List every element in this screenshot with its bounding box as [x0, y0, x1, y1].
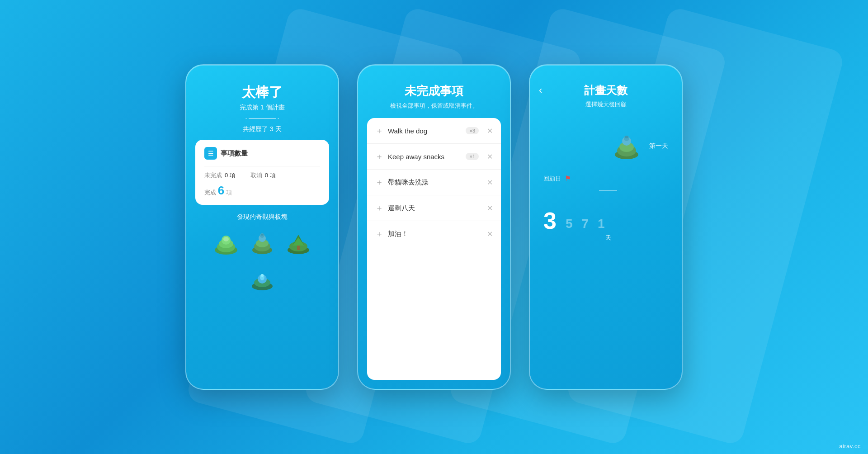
add-icon-1: ＋	[375, 125, 383, 136]
todo-item-5[interactable]: ＋ 加油！ ✕	[367, 221, 501, 246]
todo-item-4[interactable]: ＋ 還剩八天 ✕	[367, 195, 501, 221]
days-elapsed: 共經歷了 3 天	[243, 125, 282, 133]
day-3-active[interactable]: 3	[543, 209, 557, 232]
island-4	[246, 264, 278, 295]
remove-icon-5[interactable]: ✕	[487, 230, 493, 238]
incomplete-title: 未完成事項	[405, 83, 463, 99]
cancelled-label: 取消	[250, 171, 262, 180]
todo-badge-1: ×3	[466, 127, 479, 134]
phone-incomplete: 未完成事項 檢視全部事項，保留或取消事件。 ＋ Walk the dog ×3 …	[357, 64, 511, 390]
island-3	[283, 227, 314, 259]
add-icon-4: ＋	[375, 203, 383, 213]
remove-icon-2[interactable]: ✕	[487, 152, 493, 161]
island-1	[210, 227, 242, 259]
remove-icon-4[interactable]: ✕	[487, 204, 493, 213]
days-subtitle: 選擇幾天後回顧	[539, 100, 673, 109]
stats-card: ☰ 事項數量 未完成 0 項 取消 0 項 完成 6 項	[195, 140, 329, 205]
completion-subtitle: 完成第 1 個計畫	[240, 104, 285, 112]
stats-icon: ☰	[204, 147, 217, 160]
flag-icon: ⚑	[565, 174, 571, 183]
phone3-header: ‹ 計畫天數	[539, 83, 673, 98]
incomplete-label: 未完成	[204, 171, 222, 180]
todo-text-1: Walk the dog	[388, 127, 461, 135]
day-1[interactable]: 1	[598, 218, 605, 232]
completion-title: 太棒了	[242, 83, 283, 102]
add-icon-5: ＋	[375, 228, 383, 239]
phone-completion: 太棒了 完成第 1 個計畫 共經歷了 3 天 ☰ 事項數量 未完成 0 項 取消…	[185, 64, 339, 390]
review-row: 回顧日 ⚑	[539, 174, 673, 183]
todo-text-5: 加油！	[388, 230, 482, 238]
days-title: 計畫天數	[539, 83, 673, 98]
todo-item-3[interactable]: ＋ 帶貓咪去洗澡 ✕	[367, 170, 501, 195]
cancelled-value: 0 項	[265, 171, 276, 180]
todo-text-2: Keep away snacks	[388, 153, 461, 161]
review-label: 回顧日	[543, 175, 561, 183]
svg-marker-14	[292, 237, 304, 246]
incomplete-subtitle: 檢視全部事項，保留或取消事件。	[390, 102, 478, 110]
phones-container: 太棒了 完成第 1 個計畫 共經歷了 3 天 ☰ 事項數量 未完成 0 項 取消…	[185, 64, 683, 390]
todo-badge-2: ×1	[466, 153, 479, 160]
discover-text: 發現的奇觀與板塊	[237, 213, 288, 221]
completed-label: 完成	[204, 189, 216, 196]
completed-unit: 項	[226, 189, 232, 196]
day-7[interactable]: 7	[582, 218, 589, 232]
watermark: airav.cc	[839, 443, 861, 449]
days-unit: 天	[605, 234, 611, 245]
day-5[interactable]: 5	[566, 218, 573, 232]
stats-card-header: ☰ 事項數量	[204, 147, 320, 160]
showcase-island	[610, 131, 644, 161]
stats-card-title: 事項數量	[221, 149, 248, 158]
stats-divider	[243, 171, 243, 180]
back-button[interactable]: ‹	[539, 85, 542, 96]
islands-grid	[195, 227, 329, 295]
add-icon-2: ＋	[375, 151, 383, 162]
days-unit-row: 天	[605, 233, 611, 242]
todo-item-1[interactable]: ＋ Walk the dog ×3 ✕	[367, 118, 501, 144]
completed-value: 6	[218, 184, 224, 197]
completed-row: 完成 6 項	[204, 184, 320, 198]
svg-point-26	[625, 136, 628, 138]
todo-list: ＋ Walk the dog ×3 ✕ ＋ Keep away snacks ×…	[367, 118, 501, 380]
todo-item-2[interactable]: ＋ Keep away snacks ×1 ✕	[367, 144, 501, 170]
remove-icon-1[interactable]: ✕	[487, 127, 493, 135]
svg-point-4	[223, 237, 229, 241]
remove-icon-3[interactable]: ✕	[487, 178, 493, 187]
svg-rect-15	[297, 246, 300, 250]
days-selector: 3 5 7 1	[539, 209, 673, 232]
island-showcase: 第一天	[539, 131, 673, 161]
island-day-label: 第一天	[649, 142, 668, 150]
stats-row: 未完成 0 項 取消 0 項	[204, 166, 320, 180]
island-2	[246, 227, 278, 259]
phone-days: ‹ 計畫天數 選擇幾天後回顧 第一天 回顧日 ⚑ 3 5	[529, 64, 683, 390]
todo-text-3: 帶貓咪去洗澡	[388, 178, 482, 187]
divider-decoration	[249, 118, 276, 119]
add-icon-3: ＋	[375, 177, 383, 188]
svg-point-10	[261, 234, 264, 236]
todo-text-4: 還剩八天	[388, 204, 482, 213]
incomplete-value: 0 項	[225, 171, 236, 180]
divider-line	[599, 190, 617, 191]
svg-point-20	[261, 274, 264, 277]
